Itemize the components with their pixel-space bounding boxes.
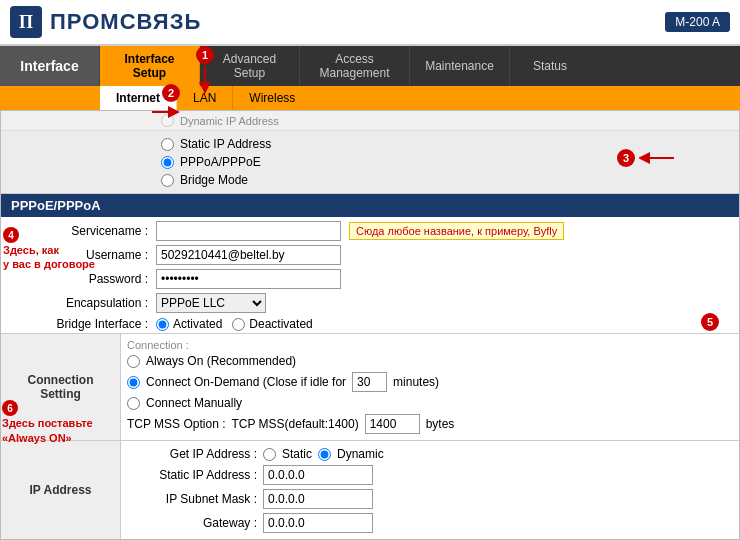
subnet-mask-input[interactable] xyxy=(263,489,373,509)
bridge-interface-row: Bridge Interface : Activated Deactivated xyxy=(1,315,739,333)
get-ip-label: Get IP Address : xyxy=(127,447,257,461)
gateway-input[interactable] xyxy=(263,513,373,533)
minutes-input[interactable] xyxy=(352,372,387,392)
password-row: Password : xyxy=(1,267,739,291)
manually-radio[interactable] xyxy=(127,397,140,410)
nav-status-label: Status xyxy=(533,59,567,73)
sub-nav-internet[interactable]: Internet xyxy=(100,86,177,110)
nav-interface-setup-label2: Setup xyxy=(133,66,166,80)
badge-4: 4 xyxy=(3,227,19,243)
servicename-row: Servicename : Сюда любое название, к при… xyxy=(1,217,739,243)
logo-icon: П xyxy=(10,6,42,38)
bridge-interface-label: Bridge Interface : xyxy=(1,317,156,331)
annotation-4-text2: у вас в договоре xyxy=(3,257,95,271)
servicename-input[interactable] xyxy=(156,221,341,241)
dynamic-label-partial: Dynamic IP Address xyxy=(180,115,279,127)
sub-nav-lan[interactable]: LAN xyxy=(177,86,233,110)
get-ip-static-radio[interactable] xyxy=(263,448,276,461)
static-ip-label: Static IP Address : xyxy=(127,468,257,482)
nav-access-label1: Access xyxy=(335,52,374,66)
always-on-label: Always On (Recommended) xyxy=(146,354,296,368)
tcp-mss-label: TCP MSS Option : xyxy=(127,417,225,431)
pppoe-form: Servicename : Сюда любое название, к при… xyxy=(1,217,739,333)
model-badge: M-200 A xyxy=(665,12,730,32)
password-input[interactable] xyxy=(156,269,341,289)
on-demand-radio[interactable] xyxy=(127,376,140,389)
gateway-row: Gateway : xyxy=(127,511,733,535)
tcp-mss-input[interactable] xyxy=(365,414,420,434)
nav-status[interactable]: Status xyxy=(510,46,590,86)
nav-access-label2: Management xyxy=(319,66,389,80)
nav-advanced-label2: Setup xyxy=(234,66,265,80)
arrow-3-icon xyxy=(639,150,679,166)
nav-advanced-label1: Advanced xyxy=(223,52,276,66)
tcp-mss-value-label: TCP MSS(default:1400) xyxy=(231,417,358,431)
on-demand-label: Connect On-Demand (Close if idle for xyxy=(146,375,346,389)
encapsulation-select[interactable]: PPPoE LLC PPPoE VC-Mux PPPoA LLC PPPoA V… xyxy=(156,293,266,313)
radio-dynamic-partial[interactable] xyxy=(161,114,174,127)
manually-label: Connect Manually xyxy=(146,396,242,410)
nav-advanced-setup[interactable]: Advanced Setup xyxy=(200,46,300,86)
get-ip-dynamic-radio[interactable] xyxy=(318,448,331,461)
nav-maintenance-label: Maintenance xyxy=(425,59,494,73)
badge-3: 3 xyxy=(617,149,635,167)
connection-setting-form: Connection : Always On (Recommended) Con… xyxy=(121,334,739,440)
always-on-row: Always On (Recommended) xyxy=(127,352,733,370)
annotation-5: 5 xyxy=(701,313,719,331)
nav-bar: Interface Interface Setup Advanced Setup… xyxy=(0,46,740,86)
connection-setting-section: Connection Setting Connection : Always O… xyxy=(1,333,739,440)
get-ip-static-label: Static xyxy=(282,447,312,461)
radio-pppoe-label: PPPoA/PPPoE xyxy=(180,155,261,169)
get-ip-row: Get IP Address : Static Dynamic xyxy=(127,445,733,463)
nav-interface-label: Interface xyxy=(0,46,100,86)
gateway-label: Gateway : xyxy=(127,516,257,530)
bridge-deactivated-radio[interactable] xyxy=(232,318,245,331)
sub-nav-wireless[interactable]: Wireless xyxy=(233,86,311,110)
badge-5: 5 xyxy=(701,313,719,331)
radio-pppoe[interactable] xyxy=(161,156,174,169)
encapsulation-label: Encapsulation : xyxy=(1,296,156,310)
bridge-radio-group: Activated Deactivated xyxy=(156,317,313,331)
sub-nav: Internet LAN Wireless xyxy=(0,86,740,110)
bridge-deactivated-label: Deactivated xyxy=(249,317,312,331)
radio-bridge-row: Bridge Mode xyxy=(161,171,739,189)
radio-static[interactable] xyxy=(161,138,174,151)
bridge-activated-label: Activated xyxy=(173,317,222,331)
header: П ПРОМСВЯЗЬ M-200 A xyxy=(0,0,740,46)
ip-address-section: IP Address Get IP Address : Static Dynam… xyxy=(1,440,739,539)
tcp-mss-row: TCP MSS Option : TCP MSS(default:1400) b… xyxy=(127,412,733,436)
always-on-radio[interactable] xyxy=(127,355,140,368)
main-content: Dynamic IP Address Static IP Address PPP… xyxy=(0,110,740,540)
encapsulation-row: Encapsulation : PPPoE LLC PPPoE VC-Mux P… xyxy=(1,291,739,315)
connection-label-row: Connection : xyxy=(127,338,733,352)
bridge-activated-radio[interactable] xyxy=(156,318,169,331)
logo-text: ПРОМСВЯЗЬ xyxy=(50,9,201,35)
nav-maintenance[interactable]: Maintenance xyxy=(410,46,510,86)
password-label: Password : xyxy=(1,272,156,286)
nav-access-management[interactable]: Access Management xyxy=(300,46,410,86)
ip-address-label: IP Address xyxy=(1,441,121,539)
subnet-mask-row: IP Subnet Mask : xyxy=(127,487,733,511)
tcp-mss-unit: bytes xyxy=(426,417,455,431)
connection-types: Static IP Address PPPoA/PPPoE Bridge Mod… xyxy=(1,131,739,194)
static-ip-row: Static IP Address : xyxy=(127,463,733,487)
ip-address-form: Get IP Address : Static Dynamic Static I… xyxy=(121,441,739,539)
servicename-hint: Сюда любое название, к примеру, Byfly xyxy=(349,222,564,240)
connection-setting-label: Connection Setting xyxy=(1,334,121,440)
subnet-mask-label: IP Subnet Mask : xyxy=(127,492,257,506)
partial-row: Dynamic IP Address xyxy=(1,111,739,131)
minutes-label: minutes) xyxy=(393,375,439,389)
on-demand-row: Connect On-Demand (Close if idle for min… xyxy=(127,370,733,394)
annotation-4: 4 Здесь, как у вас в договоре xyxy=(3,227,95,272)
static-ip-input[interactable] xyxy=(263,465,373,485)
radio-bridge-label: Bridge Mode xyxy=(180,173,248,187)
manually-row: Connect Manually xyxy=(127,394,733,412)
username-input[interactable] xyxy=(156,245,341,265)
nav-interface-setup-label1: Interface xyxy=(124,52,174,66)
radio-static-label: Static IP Address xyxy=(180,137,271,151)
annotation-3: 3 xyxy=(617,149,679,167)
username-row: Username : xyxy=(1,243,739,267)
nav-interface-setup[interactable]: Interface Setup xyxy=(100,46,200,86)
connection-label: Connection : xyxy=(127,339,189,351)
radio-bridge[interactable] xyxy=(161,174,174,187)
